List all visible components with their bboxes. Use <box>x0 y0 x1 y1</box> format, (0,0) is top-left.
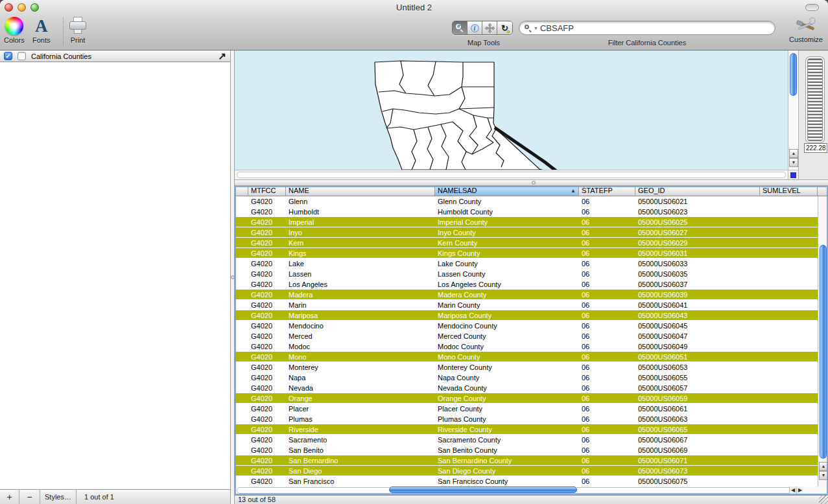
cell-sumlevel <box>760 290 818 300</box>
search-input[interactable] <box>540 23 770 33</box>
table-row[interactable]: G4020 Merced Merced County 06 05000US060… <box>235 331 818 341</box>
column-header-mtfcc[interactable]: MTFCC <box>248 186 286 196</box>
table-hscroll-thumb[interactable] <box>389 487 577 493</box>
column-header-sumlevel[interactable]: SUMLEVEL <box>760 186 818 196</box>
cell-namelsad: Glenn County <box>435 196 579 207</box>
fonts-button[interactable]: A Fonts <box>32 17 51 44</box>
map-scroll-up-arrow[interactable]: ▲ <box>789 149 798 158</box>
colors-button[interactable]: Colors <box>4 17 25 44</box>
add-layer-button[interactable]: + <box>0 490 19 504</box>
titlebar[interactable]: Untitled 2 <box>0 0 828 14</box>
column-header-statefp[interactable]: STATEFP <box>579 186 635 196</box>
table-vscroll-thumb[interactable] <box>820 245 827 459</box>
zoom-value-field[interactable]: 222.28 <box>804 143 827 153</box>
table-row[interactable]: G4020 Riverside Riverside County 06 0500… <box>235 424 818 435</box>
rotate-tool-button[interactable]: ↻ <box>497 21 512 34</box>
table-row[interactable]: G4020 Lassen Lassen County 06 05000US060… <box>235 269 818 279</box>
resize-grip[interactable] <box>819 496 828 504</box>
cell-mtfcc: G4020 <box>248 476 286 487</box>
table-row[interactable]: G4020 Mono Mono County 06 05000US06051 <box>235 352 818 362</box>
row-header-cell <box>235 455 248 466</box>
table-scroll-left-arrow[interactable]: ◀ <box>789 487 796 495</box>
row-header-cell <box>235 196 248 207</box>
table-horizontal-scrollbar[interactable]: ◀ ▶ <box>235 487 818 495</box>
column-header-name[interactable]: NAME <box>286 186 435 196</box>
table-rows: G4020 Glenn Glenn County 06 05000US06021… <box>235 196 818 487</box>
customize-button[interactable]: Customize <box>789 17 823 43</box>
cell-namelsad: Kern County <box>435 238 579 248</box>
table-row[interactable]: G4020 Inyo Inyo County 06 05000US06027 <box>235 227 818 238</box>
layer-visible-checkbox[interactable]: ✓ <box>4 52 12 60</box>
layer-row-california-counties[interactable]: ✓ California Counties ↗ <box>0 51 230 62</box>
cell-name: Sacramento <box>286 435 435 445</box>
sidebar-splitter[interactable] <box>230 51 235 504</box>
remove-layer-button[interactable]: − <box>19 490 40 504</box>
table-row[interactable]: G4020 Humboldt Humboldt County 06 05000U… <box>235 207 818 217</box>
row-header-cell <box>235 383 248 393</box>
table-row[interactable]: G4020 Sacramento Sacramento County 06 05… <box>235 435 818 445</box>
cell-mtfcc: G4020 <box>248 269 286 279</box>
table-row[interactable]: G4020 San Bernardino San Bernardino Coun… <box>235 455 818 466</box>
map-view[interactable] <box>235 51 788 170</box>
cell-statefp: 06 <box>579 341 635 352</box>
table-row[interactable]: G4020 Marin Marin County 06 05000US06041 <box>235 300 818 310</box>
map-scroll-down-arrow[interactable]: ▼ <box>789 158 798 167</box>
colors-label: Colors <box>4 36 25 44</box>
cell-mtfcc: G4020 <box>248 372 286 383</box>
row-header-cell <box>235 207 248 217</box>
inspect-tool-button[interactable]: i <box>467 21 482 34</box>
cell-mtfcc: G4020 <box>248 404 286 414</box>
cell-name: Inyo <box>286 227 435 238</box>
styles-button[interactable]: Styles… <box>40 490 77 504</box>
search-scope-chevron-icon[interactable]: ▼ <box>534 26 538 30</box>
cell-sumlevel <box>760 393 818 404</box>
table-row[interactable]: G4020 Kings Kings County 06 05000US06031 <box>235 248 818 258</box>
column-header-geo-id[interactable]: GEO_ID <box>635 186 760 196</box>
table-row[interactable]: G4020 Los Angeles Los Angeles County 06 … <box>235 279 818 290</box>
cell-namelsad: San Benito County <box>435 445 579 455</box>
table-row[interactable]: G4020 San Francisco San Francisco County… <box>235 476 818 487</box>
map-horizontal-scrollbar[interactable] <box>235 170 788 179</box>
toolbar-toggle-pill[interactable] <box>805 4 819 11</box>
cell-sumlevel <box>760 300 818 310</box>
table-row[interactable]: G4020 Plumas Plumas County 06 05000US060… <box>235 414 818 424</box>
zoom-tool-button[interactable]: + <box>453 21 467 34</box>
table-row[interactable]: G4020 Orange Orange County 06 05000US060… <box>235 393 818 404</box>
filter-search-field[interactable]: ▼ <box>519 21 775 35</box>
pan-tool-button[interactable] <box>482 21 497 34</box>
table-row[interactable]: G4020 Nevada Nevada County 06 05000US060… <box>235 383 818 393</box>
layer-secondary-checkbox[interactable] <box>18 52 26 60</box>
open-in-window-icon[interactable]: ↗ <box>218 52 226 61</box>
map-vscroll-thumb[interactable] <box>790 53 797 96</box>
cell-statefp: 06 <box>579 238 635 248</box>
print-button[interactable]: Print <box>69 17 87 44</box>
table-scroll-right-arrow[interactable]: ▶ <box>796 487 803 495</box>
cell-mtfcc: G4020 <box>248 248 286 258</box>
cell-sumlevel <box>760 248 818 258</box>
toolbar-separator <box>63 17 64 45</box>
table-header-row: MTFCC NAME NAMELSAD▲ STATEFP GEO_ID SUML… <box>235 186 828 196</box>
table-row[interactable]: G4020 Imperial Imperial County 06 05000U… <box>235 217 818 227</box>
table-row[interactable]: G4020 Placer Placer County 06 05000US060… <box>235 404 818 414</box>
map-vertical-scrollbar[interactable]: ▲ ▼ <box>788 51 798 170</box>
cell-namelsad: Imperial County <box>435 217 579 227</box>
table-row[interactable]: G4020 San Benito San Benito County 06 05… <box>235 445 818 455</box>
table-row[interactable]: G4020 Kern Kern County 06 05000US06029 <box>235 238 818 248</box>
table-row[interactable]: G4020 Mariposa Mariposa County 06 05000U… <box>235 310 818 321</box>
column-header-namelsad[interactable]: NAMELSAD▲ <box>435 186 579 196</box>
table-row[interactable]: G4020 Modoc Modoc County 06 05000US06049 <box>235 341 818 352</box>
table-row[interactable]: G4020 Madera Madera County 06 05000US060… <box>235 290 818 300</box>
zoom-roller[interactable] <box>807 58 823 141</box>
table-vertical-scrollbar[interactable]: ▲ ▼ <box>818 196 828 487</box>
table-scroll-up-arrow[interactable]: ▲ <box>819 462 828 471</box>
cell-statefp: 06 <box>579 424 635 435</box>
table-row[interactable]: G4020 Napa Napa County 06 05000US06055 <box>235 372 818 383</box>
cell-geo-id: 05000US06053 <box>635 362 760 372</box>
table-row[interactable]: G4020 San Diego San Diego County 06 0500… <box>235 466 818 476</box>
map-table-splitter[interactable] <box>235 179 828 186</box>
table-row[interactable]: G4020 Glenn Glenn County 06 05000US06021 <box>235 196 818 207</box>
table-row[interactable]: G4020 Monterey Monterey County 06 05000U… <box>235 362 818 372</box>
table-row[interactable]: G4020 Lake Lake County 06 05000US06033 <box>235 258 818 269</box>
table-row[interactable]: G4020 Mendocino Mendocino County 06 0500… <box>235 321 818 331</box>
table-scroll-down-arrow[interactable]: ▼ <box>819 471 828 480</box>
